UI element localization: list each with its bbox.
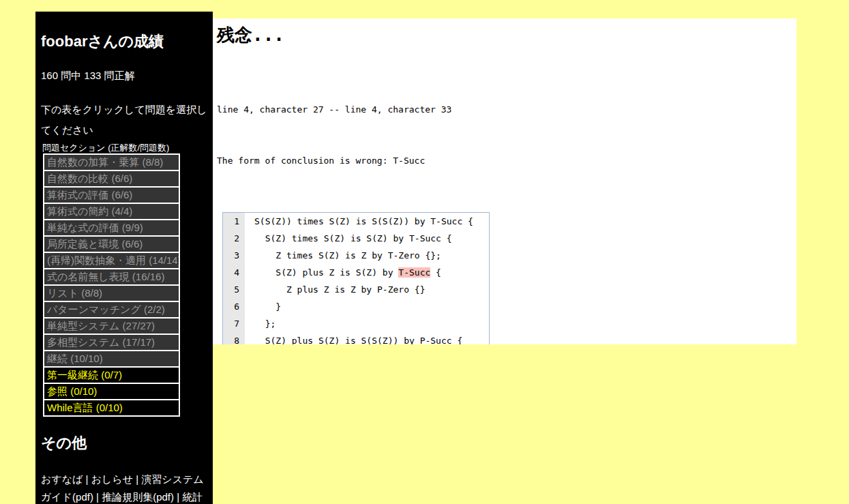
code-line: Z times S(Z) is Z by T-Zero {}; [254, 247, 489, 264]
line-number: 7 [223, 315, 245, 332]
section-label: 式の名前無し表現 (16/16) [47, 271, 164, 282]
section-label: 単純型システム (27/27) [47, 320, 155, 331]
section-row[interactable]: リスト (8/8) [43, 284, 180, 302]
section-row[interactable]: While言語 (0/10) [43, 399, 180, 417]
code-line: S(Z) times S(Z) is S(Z) by T-Succ { [254, 230, 489, 247]
other-link[interactable]: おしらせ [91, 473, 133, 485]
line-number: 3 [223, 247, 245, 264]
section-row[interactable]: 多相型システム (17/17) [43, 333, 180, 351]
error-message: The form of conclusion is wrong: T-Succ [217, 152, 796, 169]
section-label: 継続 (10/10) [47, 353, 103, 364]
page-title: foobarさんの成績 [41, 33, 207, 50]
line-number: 1 [223, 213, 245, 230]
section-label: 多相型システム (17/17) [47, 336, 155, 348]
code-editor: 123456789101112 S(S(Z)) times S(Z) is S(… [222, 212, 490, 344]
section-label: 算術式の簡約 (4/4) [47, 205, 132, 217]
section-label: リスト (8/8) [47, 287, 102, 299]
section-row[interactable]: 単純型システム (27/27) [43, 317, 180, 335]
score-text: 160 問中 133 問正解 [41, 69, 207, 83]
error-location: line 4, character 27 -- line 4, characte… [217, 101, 796, 118]
section-label: 第一級継続 (0/7) [47, 369, 122, 381]
code-line: S(S(Z)) times S(Z) is S(S(Z)) by T-Succ … [254, 213, 489, 230]
section-row[interactable]: 参照 (0/10) [43, 383, 180, 400]
code-area[interactable]: S(S(Z)) times S(Z) is S(S(Z)) by T-Succ … [245, 213, 489, 344]
section-row[interactable]: (再帰)関数抽象・適用 (14/14) [43, 252, 180, 269]
code-line: } [254, 298, 489, 315]
line-number: 2 [223, 230, 245, 247]
section-row[interactable]: 第一級継続 (0/7) [43, 366, 180, 384]
section-row[interactable]: 式の名前無し表現 (16/16) [43, 268, 180, 286]
main-panel: 残念... line 4, character 27 -- line 4, ch… [213, 18, 796, 344]
section-label: (再帰)関数抽象・適用 (14/14) [47, 254, 180, 266]
section-label: While言語 (0/10) [47, 402, 123, 413]
code-line: }; [254, 315, 489, 332]
section-row[interactable]: 自然数の加算・乗算 (8/8) [43, 153, 180, 171]
section-row[interactable]: 算術式の簡約 (4/4) [43, 203, 180, 220]
section-row[interactable]: 局所定義と環境 (6/6) [43, 235, 180, 253]
section-row[interactable]: パターンマッチング (2/2) [43, 301, 180, 318]
others-title: その他 [41, 434, 207, 452]
code-line: S(Z) plus S(Z) is S(S(Z)) by P-Succ { [254, 332, 489, 344]
line-number: 8 [223, 332, 245, 344]
error-block: line 4, character 27 -- line 4, characte… [217, 67, 796, 203]
section-label: 参照 (0/10) [47, 385, 97, 397]
other-links: おすなば | おしらせ | 演習システムガイド(pdf) | 推論規則集(pdf… [41, 471, 207, 504]
instruction-text: 下の表をクリックして問題を選択してください [41, 100, 207, 140]
line-number: 5 [223, 281, 245, 298]
other-link[interactable]: 統計 [182, 491, 203, 503]
section-label: 自然数の加算・乗算 (8/8) [47, 156, 163, 168]
result-heading: 残念... [217, 25, 796, 46]
line-numbers-gutter: 123456789101112 [223, 213, 245, 344]
section-label: パターンマッチング (2/2) [47, 303, 165, 315]
section-row[interactable]: 自然数の比較 (6/6) [43, 170, 180, 188]
section-row[interactable]: 継続 (10/10) [43, 350, 180, 368]
section-label: 算術式の評価 (6/6) [47, 189, 132, 201]
other-link[interactable]: おすなば [41, 473, 83, 485]
section-label: 自然数の比較 (6/6) [47, 173, 132, 184]
code-line: Z plus Z is Z by P-Zero {} [254, 281, 489, 298]
sections-header: 問題セクション (正解数/問題数) [41, 142, 207, 154]
code-line: S(Z) plus Z is S(Z) by T-Succ { [254, 264, 489, 281]
sidebar: foobarさんの成績 160 問中 133 問正解 下の表をクリックして問題を… [35, 12, 213, 504]
sections-table: 自然数の加算・乗算 (8/8) 自然数の比較 (6/6) 算術式の評価 (6/6… [43, 153, 180, 417]
section-row[interactable]: 算術式の評価 (6/6) [43, 186, 180, 204]
line-number: 6 [223, 298, 245, 315]
other-link[interactable]: 推論規則集(pdf) [102, 491, 174, 503]
section-label: 局所定義と環境 (6/6) [47, 238, 143, 250]
section-row[interactable]: 単純な式の評価 (9/9) [43, 219, 180, 237]
error-highlight: T-Succ [398, 267, 430, 278]
line-number: 4 [223, 264, 245, 281]
section-label: 単純な式の評価 (9/9) [47, 222, 143, 233]
